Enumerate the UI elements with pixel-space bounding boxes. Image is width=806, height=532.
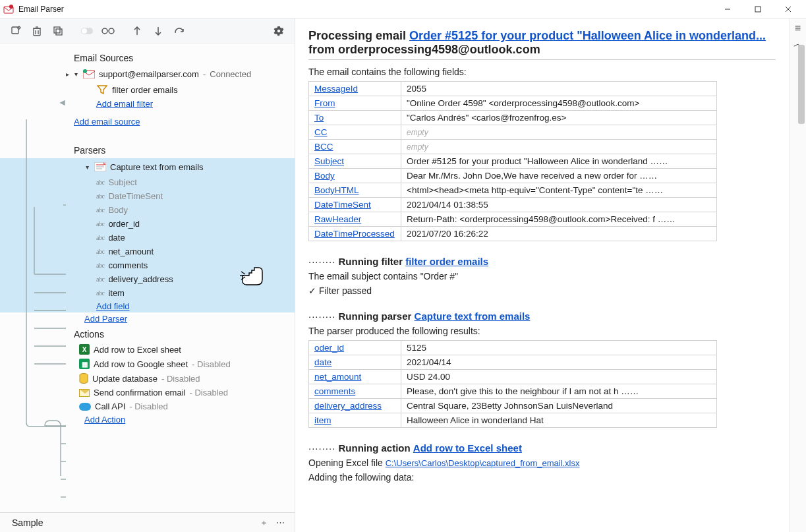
- parser-item[interactable]: ▾ Capture text from emails: [0, 158, 295, 175]
- excel-icon: X: [79, 344, 90, 355]
- table-row: BodyHTML<html><head><meta http-equiv="Co…: [309, 183, 717, 198]
- field-key-link[interactable]: To: [314, 113, 324, 123]
- add-parser-link[interactable]: Add Parser: [84, 314, 127, 324]
- parser-field[interactable]: abcSubject: [0, 175, 295, 189]
- action-link[interactable]: Add row to Excel sheet: [413, 442, 522, 454]
- filter-row[interactable]: filter order emails: [0, 82, 295, 98]
- field-key-link[interactable]: oder_id: [314, 343, 344, 353]
- text-icon: abc: [96, 289, 104, 297]
- sources-header: Email Sources: [0, 49, 295, 66]
- table-row: From"Online Order 4598" <orderprocessing…: [309, 96, 717, 111]
- settings-button[interactable]: [270, 22, 288, 40]
- field-key-link[interactable]: net_amount: [314, 372, 361, 382]
- app-icon: [3, 3, 14, 15]
- svg-point-17: [109, 28, 114, 34]
- excel-path-link[interactable]: C:\Users\Carlos\Desktop\captured_from_em…: [386, 458, 580, 468]
- caret-down-icon: ▾: [86, 163, 89, 171]
- right-panel: Processing email Order #5125 for your pr…: [295, 18, 806, 532]
- svg-point-33: [83, 69, 87, 73]
- svg-rect-13: [56, 29, 62, 35]
- left-toolbar: [0, 18, 295, 44]
- parser-label: Capture text from emails: [110, 162, 204, 172]
- parser-field[interactable]: abcBody: [0, 203, 295, 217]
- email-subject-link[interactable]: Order #5125 for your product "Halloween …: [409, 29, 766, 42]
- field-key-link[interactable]: BCC: [314, 142, 333, 152]
- text-icon: abc: [96, 276, 104, 283]
- cloud-icon: [79, 403, 91, 411]
- parser-field[interactable]: abcitem: [0, 286, 295, 300]
- add-field-link[interactable]: Add field: [96, 301, 130, 311]
- processing-heading: Processing email Order #5125 for your pr…: [308, 29, 776, 57]
- parser-icon: [94, 161, 106, 173]
- run-parser-header: ········ Running parser Capture text fro…: [308, 310, 776, 322]
- gsheet-icon: ▦: [79, 359, 90, 369]
- field-key-link[interactable]: Body: [314, 171, 335, 181]
- action-item[interactable]: XAdd row to Excel sheet: [0, 342, 295, 357]
- delete-button[interactable]: [28, 22, 46, 40]
- database-icon: [79, 373, 88, 384]
- field-key-link[interactable]: DateTimeProcessed: [314, 229, 395, 239]
- text-icon: abc: [96, 192, 104, 200]
- filter-passed: ✓Filter passed: [308, 285, 776, 296]
- add-tab-button[interactable]: ＋: [256, 517, 272, 529]
- tab-menu-button[interactable]: ⋯: [272, 517, 289, 527]
- field-key-link[interactable]: RawHeader: [314, 214, 361, 224]
- table-row: BCCempty: [309, 140, 717, 154]
- field-key-link[interactable]: From: [314, 98, 335, 108]
- text-icon: abc: [96, 179, 104, 186]
- link-icon[interactable]: [99, 22, 117, 40]
- close-button[interactable]: [773, 0, 803, 18]
- edit-button[interactable]: [7, 22, 25, 40]
- caret-icon: ▸: [66, 71, 69, 78]
- parser-block: ▾ Capture text from emails abcSubjectabc…: [0, 158, 295, 312]
- filter-label: filter order emails: [112, 85, 178, 95]
- scrollbar-thumb[interactable]: [798, 45, 805, 124]
- run-action-header: ········ Running action Add row to Excel…: [308, 442, 776, 454]
- redo-button[interactable]: [170, 22, 188, 40]
- sample-tab[interactable]: Sample: [5, 515, 49, 531]
- toggle-button[interactable]: [78, 22, 96, 40]
- table-row: date2021/04/14: [309, 355, 717, 370]
- add-filter-link[interactable]: Add email filter: [96, 99, 153, 109]
- minimize-button[interactable]: [712, 0, 743, 18]
- arrow-down-button[interactable]: [149, 22, 167, 40]
- parser-link[interactable]: Capture text from emails: [415, 310, 531, 322]
- filter-link[interactable]: filter order emails: [405, 256, 488, 267]
- menu-icon[interactable]: ≡: [795, 22, 801, 34]
- text-icon: abc: [96, 262, 104, 269]
- titlebar: Email Parser: [0, 0, 806, 18]
- field-key-link[interactable]: comments: [314, 386, 355, 396]
- field-key-link[interactable]: CC: [314, 127, 328, 137]
- email-status: Connected: [210, 69, 251, 79]
- action-item[interactable]: Send confirmation email - Disabled: [0, 386, 295, 399]
- field-key-link[interactable]: item: [314, 415, 331, 425]
- field-key-link[interactable]: delivery_address: [314, 401, 382, 411]
- caret-down-icon: ▾: [74, 71, 78, 78]
- field-key-link[interactable]: BodyHTML: [314, 185, 359, 195]
- action-item[interactable]: ▦Add row to Google sheet - Disabled: [0, 357, 295, 371]
- arrow-up-button[interactable]: [128, 22, 146, 40]
- field-key-link[interactable]: MessageId: [314, 84, 358, 94]
- parser-field[interactable]: abcorder_id: [0, 217, 295, 231]
- copy-button[interactable]: [49, 22, 67, 40]
- left-panel: Email Sources ▸ ▾ support@emailparser.co…: [0, 18, 295, 532]
- table-row: CCempty: [309, 125, 717, 140]
- maximize-button[interactable]: [743, 0, 773, 18]
- field-key-link[interactable]: DateTimeSent: [314, 200, 371, 210]
- table-row: DateTimeProcessed2021/07/20 16:26:22: [309, 227, 717, 241]
- email-source[interactable]: ▸ ▾ support@emailparser.com - Connected: [0, 66, 295, 82]
- action-item[interactable]: Update database - Disabled: [0, 371, 295, 386]
- svg-point-15: [82, 28, 87, 34]
- parser-field[interactable]: abcnet_amount: [0, 245, 295, 258]
- field-key-link[interactable]: date: [314, 357, 331, 367]
- field-key-link[interactable]: Subject: [314, 156, 344, 166]
- add-action-link[interactable]: Add Action: [84, 415, 125, 425]
- add-source-link[interactable]: Add email source: [74, 117, 140, 127]
- table-row: MessageId2055: [309, 82, 717, 96]
- action-item[interactable]: Call API - Disabled: [0, 399, 295, 413]
- log-content: Processing email Order #5125 for your pr…: [295, 18, 789, 532]
- parser-field[interactable]: abcDateTimeSent: [0, 189, 295, 203]
- parser-field[interactable]: abcdate: [0, 231, 295, 245]
- text-icon: abc: [96, 220, 104, 227]
- svg-rect-12: [54, 27, 60, 33]
